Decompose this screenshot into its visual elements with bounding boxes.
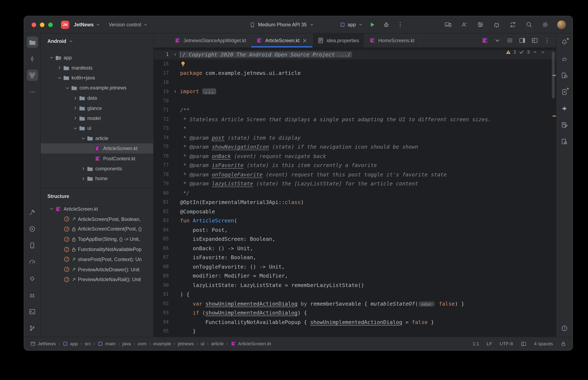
- project-tree-item-com-example-jetnews[interactable]: com.example.jetnews: [41, 83, 153, 93]
- code-line-91[interactable]: 91) {: [154, 290, 556, 299]
- code-line-72[interactable]: 72 * Stateless Article Screen that displ…: [154, 114, 556, 124]
- app-quality-insights-tool-button[interactable]: [559, 119, 570, 131]
- file-encoding[interactable]: UTF-8: [500, 341, 513, 346]
- fold-marker-icon[interactable]: [170, 50, 180, 59]
- structure-item-sharepost-post-context[interactable]: fsharePost(Post, Context): Un: [41, 254, 153, 265]
- structure-item-topappbar-string[interactable]: fTopAppBar(String, () -> Unit,: [41, 234, 153, 244]
- structure-item-articlescreencontent-pos[interactable]: fArticleScreenContent(Post, (): [41, 224, 153, 234]
- code-line-70[interactable]: 70: [154, 96, 556, 105]
- zoom-window-button[interactable]: [48, 22, 53, 27]
- intention-bulb-icon[interactable]: [180, 61, 186, 67]
- run-button[interactable]: [368, 20, 377, 29]
- code-line-85[interactable]: 85 isExpandedScreen: Boolean,: [154, 234, 556, 244]
- structure-item-previewarticledrawer[interactable]: fPreviewArticleDrawer(): Unit: [41, 265, 153, 274]
- project-tree-item-kotlin-java[interactable]: kotlin+java: [41, 73, 153, 83]
- run-configurations-button[interactable]: [476, 20, 486, 30]
- code-line-95[interactable]: 95 }: [154, 326, 556, 336]
- commit-tool-button[interactable]: [27, 53, 38, 64]
- device-manager-tool-button[interactable]: [27, 240, 38, 251]
- project-view-selector[interactable]: Android: [41, 34, 153, 49]
- code-line-88[interactable]: 88 onToggleFavorite: () -> Unit,: [154, 262, 556, 271]
- vcs-widget[interactable]: Version control: [109, 22, 148, 27]
- indent-setting[interactable]: 4 spaces: [534, 341, 553, 346]
- device-selector[interactable]: Medium Phone API 35: [249, 22, 314, 28]
- close-tab-icon[interactable]: [302, 38, 307, 43]
- project-tree-item-data[interactable]: data: [41, 93, 153, 103]
- code-line-75[interactable]: 75 * @param showNavigationIcon (state) i…: [154, 142, 556, 151]
- breadcrumb-ui[interactable]: ui: [201, 341, 204, 346]
- running-devices-tool-button[interactable]: [559, 86, 570, 97]
- tab-jetnewsglanceappwidget-kt[interactable]: JetnewsGlanceAppWidget.kt: [169, 34, 251, 47]
- build-tool-button[interactable]: [27, 207, 38, 218]
- tab-articlescreen-kt[interactable]: ArticleScreen.kt: [251, 34, 313, 47]
- project-tree-item-glance[interactable]: glance: [41, 103, 153, 113]
- code-line-90[interactable]: 90 lazyListState: LazyListState = rememb…: [154, 281, 556, 290]
- close-window-button[interactable]: [32, 22, 36, 27]
- breadcrumb-app[interactable]: app: [62, 341, 78, 346]
- breadcrumb-jetnews[interactable]: jetnews: [178, 341, 194, 346]
- code-line-79[interactable]: 79 * @param lazyListState (state) the [L…: [154, 179, 556, 188]
- code-line-76[interactable]: 76 * @param onBack (event) request navig…: [154, 152, 556, 161]
- code-line-83[interactable]: 83fun ArticleScreen(: [154, 216, 556, 225]
- code-line-80[interactable]: 80 */: [154, 188, 556, 197]
- kotlin-selector-button[interactable]: [480, 36, 489, 45]
- project-tree-item-components[interactable]: components: [41, 164, 153, 174]
- split-editor-button[interactable]: [517, 36, 527, 45]
- version-control-tool-tool-button[interactable]: [27, 323, 38, 334]
- split-view[interactable]: [521, 341, 527, 347]
- gradle-tool-button[interactable]: [559, 53, 570, 64]
- chevron-down-button[interactable]: [493, 36, 502, 45]
- project-tree-item-postcontent-kt[interactable]: PostContent.kt: [41, 153, 153, 163]
- more-run-options[interactable]: [396, 20, 405, 29]
- run-config-selector[interactable]: app: [340, 22, 363, 27]
- device-mirroring-button[interactable]: [443, 20, 453, 30]
- project-tree-item-article[interactable]: article: [41, 133, 153, 143]
- code-editor[interactable]: 1/ Copyright 2020 The Android Open Sourc…: [154, 48, 556, 337]
- line-separator[interactable]: LF: [487, 341, 492, 346]
- caret-position[interactable]: 1:1: [472, 341, 479, 346]
- avatar[interactable]: [557, 20, 567, 30]
- code-line-77[interactable]: 77 * @param isFavorite (state) is this i…: [154, 161, 556, 170]
- project-tree-item-ui[interactable]: ui: [41, 123, 153, 133]
- structure-item-previewarticlenavrail[interactable]: fPreviewArticleNavRail(): Unit: [41, 274, 153, 285]
- breadcrumb-articlescreen-kt[interactable]: ArticleScreen.kt: [230, 341, 271, 346]
- search-everywhere-button[interactable]: [524, 20, 534, 30]
- gradle-sync-button[interactable]: [508, 20, 518, 30]
- profiler-tool-button[interactable]: [27, 256, 38, 267]
- ai-actions-button[interactable]: [460, 20, 469, 30]
- code-line-73[interactable]: 73 *: [154, 124, 556, 133]
- logcat-tool-button[interactable]: [27, 289, 38, 301]
- code-line-16[interactable]: 16: [154, 59, 556, 69]
- breadcrumb-example[interactable]: example: [153, 341, 171, 346]
- structure-item-articlescreen-post-bool[interactable]: fArticleScreen(Post, Boolean,: [41, 214, 153, 224]
- code-line-84[interactable]: 84 post: Post,: [154, 225, 556, 234]
- breadcrumb-java[interactable]: java: [122, 341, 131, 346]
- breadcrumb-article[interactable]: article: [211, 341, 224, 346]
- notifications-tool-button[interactable]: [559, 37, 570, 48]
- code-line-78[interactable]: 78 * @param onToggleFavorite (event) req…: [154, 170, 556, 179]
- code-line-94[interactable]: 94 FunctionalityNotAvailablePopup { show…: [154, 317, 556, 326]
- code-line-93[interactable]: 93 if (showUnimplementedActionDialog) {: [154, 308, 556, 317]
- code-line-87[interactable]: 87 isFavorite: Boolean,: [154, 253, 556, 262]
- settings-button[interactable]: [541, 20, 550, 30]
- resource-manager-tool-button[interactable]: [559, 136, 570, 147]
- project-tree-item-model[interactable]: model: [41, 113, 153, 123]
- project-widget[interactable]: JetNews: [74, 22, 101, 27]
- run-tool-button[interactable]: [27, 223, 38, 234]
- breadcrumb-jetnews[interactable]: JetNews: [30, 341, 56, 346]
- project-tree-item-articlescreen-kt[interactable]: ArticleScreen.kt: [41, 143, 153, 153]
- app-inspection-tool-button[interactable]: [27, 273, 38, 284]
- code-line-17[interactable]: 17package com.example.jetnews.ui.article: [154, 69, 556, 78]
- tab-homescreens-kt[interactable]: HomeScreens.kt: [364, 34, 420, 47]
- code-line-81[interactable]: 81@OptIn(ExperimentalMaterial3Api::class…: [154, 197, 556, 207]
- project-tree-item-app[interactable]: app: [41, 53, 153, 63]
- minimize-window-button[interactable]: [40, 22, 44, 27]
- code-line-82[interactable]: 82@Composable: [154, 207, 556, 216]
- code-line-1[interactable]: 1/ Copyright 2020 The Android Open Sourc…: [154, 50, 556, 59]
- fold-marker-icon[interactable]: [170, 87, 180, 96]
- structure-tool-button[interactable]: [27, 70, 38, 81]
- gemini-tool-button[interactable]: [559, 103, 570, 114]
- debug-button[interactable]: [382, 20, 391, 29]
- layout-preview-button[interactable]: [530, 36, 539, 45]
- more-editor-options-button[interactable]: [542, 36, 551, 45]
